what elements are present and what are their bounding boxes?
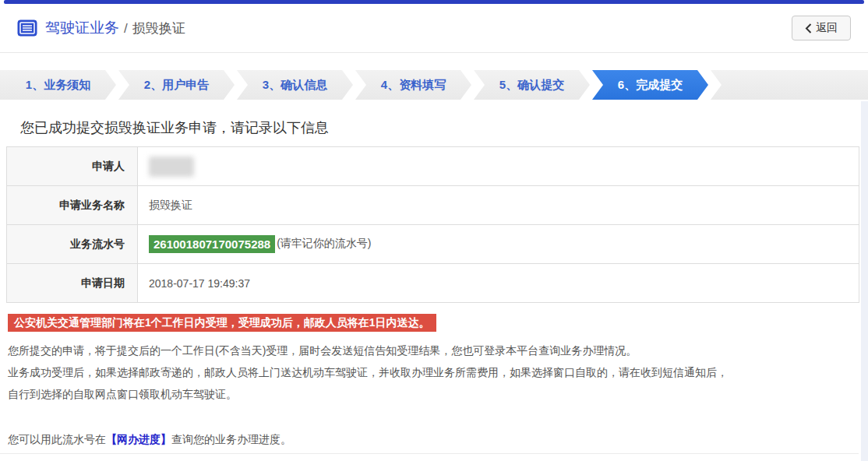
top-accent-bar [4, 0, 864, 4]
breadcrumb-current: 损毁换证 [132, 21, 185, 36]
serial-number-badge: 261001807170075288 [149, 235, 275, 253]
serial-number-note: (请牢记你的流水号) [277, 237, 371, 249]
step-3-confirm-info: 3、确认信息 [237, 70, 353, 100]
apply-date-value: 2018-07-17 19:49:37 [138, 264, 859, 303]
redacted-name [149, 157, 194, 177]
applicant-label: 申请人 [7, 147, 138, 186]
online-progress-link[interactable]: 【网办进度】 [106, 433, 171, 445]
serial-number-value: 261001807170075288(请牢记你的流水号) [138, 225, 859, 264]
table-row-business-name: 申请业务名称 损毁换证 [7, 186, 859, 225]
step-wizard-filler [711, 70, 868, 100]
serial-number-label: 业务流水号 [7, 225, 138, 264]
step-1-business-notice: 1、业务须知 [0, 70, 116, 100]
business-name-label: 申请业务名称 [7, 186, 138, 225]
applicant-value [138, 147, 859, 186]
list-icon [17, 19, 37, 37]
table-row-serial-number: 业务流水号 261001807170075288(请牢记你的流水号) [7, 225, 859, 264]
step-2-user-declaration: 2、用户申告 [118, 70, 235, 100]
processing-alert-banner: 公安机关交通管理部门将在1个工作日内受理，受理成功后，邮政人员将在1日内送达。 [8, 314, 436, 332]
step-5-confirm-submit: 5、确认提交 [474, 70, 590, 100]
back-button[interactable]: 返回 [792, 16, 851, 40]
business-name-value: 损毁换证 [138, 186, 859, 225]
progress-query-line: 您可以用此流水号在【网办进度】查询您的业务办理进度。 [8, 428, 868, 450]
apply-date-label: 申请日期 [7, 264, 138, 303]
table-row-applicant: 申请人 [7, 147, 859, 186]
progress-query-prefix: 您可以用此流水号在 [8, 433, 106, 445]
breadcrumb-section-link[interactable]: 驾驶证业务 [45, 19, 119, 36]
step-4-fill-materials: 4、资料填写 [355, 70, 471, 100]
page-edge-strip [861, 101, 868, 461]
success-title: 您已成功提交损毁换证业务申请，请记录以下信息 [20, 118, 868, 137]
notice-paragraph-1: 您所提交的申请，将于提交后的一个工作日(不含当天)受理，届时会发送短信告知受理结… [8, 340, 868, 361]
bottom-divider [0, 453, 859, 454]
step-6-complete-submit: 6、完成提交 [592, 70, 708, 100]
progress-query-suffix: 查询您的业务办理进度。 [171, 433, 291, 445]
page-header: 驾驶证业务/损毁换证 返回 [0, 0, 868, 53]
chevron-left-icon [805, 23, 812, 33]
breadcrumb: 驾驶证业务/损毁换证 [45, 18, 185, 38]
breadcrumb-separator: / [124, 21, 128, 36]
back-button-label: 返回 [816, 21, 838, 35]
application-info-table: 申请人 申请业务名称 损毁换证 业务流水号 261001807170075288… [6, 146, 859, 303]
table-row-apply-date: 申请日期 2018-07-17 19:49:37 [7, 264, 859, 303]
notice-paragraph-2: 业务成功受理后，如果选择邮政寄递的，邮政人员将上门送达机动车驾驶证，并收取办理业… [8, 361, 868, 383]
step-wizard: 1、业务须知 2、用户申告 3、确认信息 4、资料填写 5、确认提交 6、完成提… [0, 70, 868, 100]
notice-paragraphs: 您所提交的申请，将于提交后的一个工作日(不含当天)受理，届时会发送短信告知受理结… [8, 340, 868, 405]
notice-paragraph-3: 自行到选择的自取网点窗口领取机动车驾驶证。 [8, 383, 868, 405]
